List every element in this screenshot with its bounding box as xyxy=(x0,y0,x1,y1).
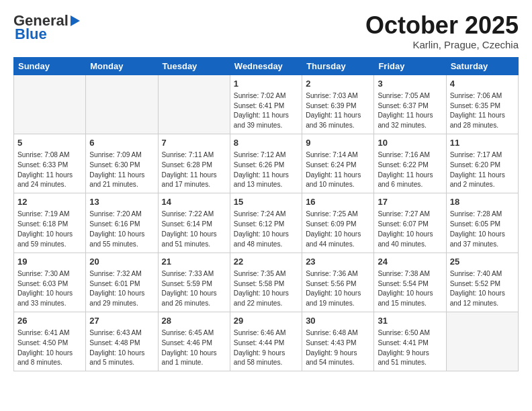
table-row: 6Sunrise: 7:09 AMSunset: 6:30 PMDaylight… xyxy=(86,134,158,193)
table-row: 24Sunrise: 7:38 AMSunset: 5:54 PMDayligh… xyxy=(374,253,446,312)
table-row: 12Sunrise: 7:19 AMSunset: 6:18 PMDayligh… xyxy=(14,193,86,253)
col-thursday: Thursday xyxy=(302,57,374,75)
location-subtitle: Karlin, Prague, Czechia xyxy=(365,39,519,50)
table-row: 27Sunrise: 6:43 AMSunset: 4:48 PMDayligh… xyxy=(86,312,158,371)
day-info: Sunrise: 7:08 AMSunset: 6:33 PMDaylight:… xyxy=(17,150,82,190)
day-number: 18 xyxy=(450,196,515,208)
day-number: 28 xyxy=(162,315,226,327)
day-number: 23 xyxy=(306,256,370,268)
day-info: Sunrise: 7:11 AMSunset: 6:28 PMDaylight:… xyxy=(162,150,226,190)
table-row: 20Sunrise: 7:32 AMSunset: 6:01 PMDayligh… xyxy=(86,253,158,312)
day-info: Sunrise: 7:36 AMSunset: 5:56 PMDaylight:… xyxy=(306,269,370,309)
day-number: 12 xyxy=(17,196,82,208)
day-info: Sunrise: 7:19 AMSunset: 6:18 PMDaylight:… xyxy=(17,210,82,249)
calendar-table: Sunday Monday Tuesday Wednesday Thursday… xyxy=(13,57,519,372)
day-info: Sunrise: 7:14 AMSunset: 6:24 PMDaylight:… xyxy=(306,150,370,190)
day-info: Sunrise: 7:20 AMSunset: 6:16 PMDaylight:… xyxy=(89,210,154,249)
day-info: Sunrise: 7:24 AMSunset: 6:12 PMDaylight:… xyxy=(234,210,298,249)
day-number: 7 xyxy=(162,137,226,149)
day-info: Sunrise: 6:48 AMSunset: 4:43 PMDaylight:… xyxy=(306,328,370,368)
col-sunday: Sunday xyxy=(14,57,86,75)
calendar-week-row: 12Sunrise: 7:19 AMSunset: 6:18 PMDayligh… xyxy=(14,193,519,253)
table-row: 25Sunrise: 7:40 AMSunset: 5:52 PMDayligh… xyxy=(446,253,518,312)
day-info: Sunrise: 7:05 AMSunset: 6:37 PMDaylight:… xyxy=(378,91,442,131)
col-friday: Friday xyxy=(374,57,446,75)
day-number: 21 xyxy=(162,256,226,268)
table-row: 23Sunrise: 7:36 AMSunset: 5:56 PMDayligh… xyxy=(302,253,374,312)
day-info: Sunrise: 7:02 AMSunset: 6:41 PMDaylight:… xyxy=(234,91,298,131)
table-row: 17Sunrise: 7:27 AMSunset: 6:07 PMDayligh… xyxy=(374,193,446,253)
day-info: Sunrise: 7:27 AMSunset: 6:07 PMDaylight:… xyxy=(378,210,442,249)
table-row: 1Sunrise: 7:02 AMSunset: 6:41 PMDaylight… xyxy=(230,75,302,134)
day-number: 27 xyxy=(89,315,154,327)
day-number: 5 xyxy=(17,137,82,149)
table-row: 31Sunrise: 6:50 AMSunset: 4:41 PMDayligh… xyxy=(374,312,446,371)
day-number: 8 xyxy=(234,137,298,149)
logo-arrow-icon xyxy=(71,15,80,26)
page-header: General Blue October 2025 Karlin, Prague… xyxy=(13,12,519,50)
day-info: Sunrise: 6:41 AMSunset: 4:50 PMDaylight:… xyxy=(17,328,82,368)
day-info: Sunrise: 7:38 AMSunset: 5:54 PMDaylight:… xyxy=(378,269,442,309)
table-row: 26Sunrise: 6:41 AMSunset: 4:50 PMDayligh… xyxy=(14,312,86,371)
day-info: Sunrise: 7:35 AMSunset: 5:58 PMDaylight:… xyxy=(234,269,298,309)
table-row: 7Sunrise: 7:11 AMSunset: 6:28 PMDaylight… xyxy=(158,134,230,193)
day-number: 26 xyxy=(17,315,82,327)
title-block: October 2025 Karlin, Prague, Czechia xyxy=(365,12,519,50)
day-number: 31 xyxy=(378,315,442,327)
day-info: Sunrise: 7:25 AMSunset: 6:09 PMDaylight:… xyxy=(306,210,370,249)
calendar-week-row: 26Sunrise: 6:41 AMSunset: 4:50 PMDayligh… xyxy=(14,312,519,371)
table-row: 18Sunrise: 7:28 AMSunset: 6:05 PMDayligh… xyxy=(446,193,518,253)
day-info: Sunrise: 7:17 AMSunset: 6:20 PMDaylight:… xyxy=(450,150,515,190)
day-number: 30 xyxy=(306,315,370,327)
day-number: 29 xyxy=(234,315,298,327)
col-saturday: Saturday xyxy=(446,57,518,75)
table-row: 2Sunrise: 7:03 AMSunset: 6:39 PMDaylight… xyxy=(302,75,374,134)
day-number: 14 xyxy=(162,196,226,208)
table-row: 8Sunrise: 7:12 AMSunset: 6:26 PMDaylight… xyxy=(230,134,302,193)
day-number: 4 xyxy=(450,78,515,90)
table-row: 21Sunrise: 7:33 AMSunset: 5:59 PMDayligh… xyxy=(158,253,230,312)
table-row: 3Sunrise: 7:05 AMSunset: 6:37 PMDaylight… xyxy=(374,75,446,134)
day-info: Sunrise: 7:33 AMSunset: 5:59 PMDaylight:… xyxy=(162,269,226,309)
day-number: 24 xyxy=(378,256,442,268)
day-number: 6 xyxy=(89,137,154,149)
table-row: 13Sunrise: 7:20 AMSunset: 6:16 PMDayligh… xyxy=(86,193,158,253)
day-number: 1 xyxy=(234,78,298,90)
day-info: Sunrise: 7:40 AMSunset: 5:52 PMDaylight:… xyxy=(450,269,515,309)
day-number: 19 xyxy=(17,256,82,268)
day-number: 11 xyxy=(450,137,515,149)
day-info: Sunrise: 7:16 AMSunset: 6:22 PMDaylight:… xyxy=(378,150,442,190)
day-number: 3 xyxy=(378,78,442,90)
day-number: 2 xyxy=(306,78,370,90)
calendar-week-row: 5Sunrise: 7:08 AMSunset: 6:33 PMDaylight… xyxy=(14,134,519,193)
table-row: 11Sunrise: 7:17 AMSunset: 6:20 PMDayligh… xyxy=(446,134,518,193)
table-row: 29Sunrise: 6:46 AMSunset: 4:44 PMDayligh… xyxy=(230,312,302,371)
day-number: 20 xyxy=(89,256,154,268)
table-row xyxy=(446,312,518,371)
table-row: 16Sunrise: 7:25 AMSunset: 6:09 PMDayligh… xyxy=(302,193,374,253)
day-info: Sunrise: 7:12 AMSunset: 6:26 PMDaylight:… xyxy=(234,150,298,190)
month-title: October 2025 xyxy=(365,12,519,39)
day-info: Sunrise: 7:06 AMSunset: 6:35 PMDaylight:… xyxy=(450,91,515,131)
col-wednesday: Wednesday xyxy=(230,57,302,75)
day-number: 9 xyxy=(306,137,370,149)
table-row: 30Sunrise: 6:48 AMSunset: 4:43 PMDayligh… xyxy=(302,312,374,371)
day-number: 25 xyxy=(450,256,515,268)
table-row: 28Sunrise: 6:45 AMSunset: 4:46 PMDayligh… xyxy=(158,312,230,371)
table-row xyxy=(86,75,158,134)
logo-blue: Blue xyxy=(15,26,47,43)
calendar-week-row: 19Sunrise: 7:30 AMSunset: 6:03 PMDayligh… xyxy=(14,253,519,312)
table-row: 15Sunrise: 7:24 AMSunset: 6:12 PMDayligh… xyxy=(230,193,302,253)
table-row: 22Sunrise: 7:35 AMSunset: 5:58 PMDayligh… xyxy=(230,253,302,312)
day-info: Sunrise: 7:09 AMSunset: 6:30 PMDaylight:… xyxy=(89,150,154,190)
day-info: Sunrise: 7:22 AMSunset: 6:14 PMDaylight:… xyxy=(162,210,226,249)
calendar-week-row: 1Sunrise: 7:02 AMSunset: 6:41 PMDaylight… xyxy=(14,75,519,134)
table-row: 4Sunrise: 7:06 AMSunset: 6:35 PMDaylight… xyxy=(446,75,518,134)
table-row: 10Sunrise: 7:16 AMSunset: 6:22 PMDayligh… xyxy=(374,134,446,193)
col-tuesday: Tuesday xyxy=(158,57,230,75)
day-number: 10 xyxy=(378,137,442,149)
day-number: 13 xyxy=(89,196,154,208)
day-number: 17 xyxy=(378,196,442,208)
day-info: Sunrise: 7:30 AMSunset: 6:03 PMDaylight:… xyxy=(17,269,82,309)
day-info: Sunrise: 6:45 AMSunset: 4:46 PMDaylight:… xyxy=(162,328,226,368)
